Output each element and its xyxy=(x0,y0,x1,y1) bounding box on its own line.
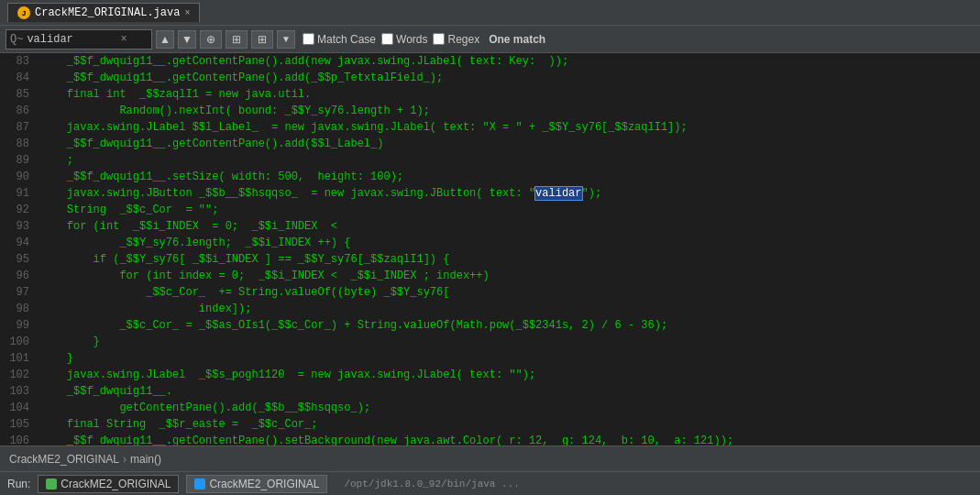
search-input-wrapper[interactable]: Q~ × xyxy=(6,29,152,50)
line-number: 94 xyxy=(0,235,37,251)
line-content: final int _$$zaqlI1 = new java.util. xyxy=(37,86,980,103)
table-row: 90 _$$f_dwquig11__.setSize( width: 500, … xyxy=(0,169,980,185)
words-label: Words xyxy=(396,33,427,46)
search-highlight: validar xyxy=(535,187,581,200)
line-content: _$$c_Cor_ = _$$as_OIs1(_$$c_Cor_) + Stri… xyxy=(37,317,980,334)
code-area: 83 _$$f_dwquig11__.getContentPane().add(… xyxy=(0,53,980,446)
match-case-option[interactable]: Match Case xyxy=(303,33,376,46)
table-row: 102 javax.swing.JLabel _$$s_pogh1120 = n… xyxy=(0,367,980,383)
line-content: getContentPane().add(_$$b__$$hsqqso_); xyxy=(37,400,980,416)
line-content: } xyxy=(37,350,980,367)
search-options: Match Case Words Regex xyxy=(303,33,479,46)
table-row: 105 final String _$$r_easte = _$$c_Cor_; xyxy=(0,416,980,433)
line-number: 102 xyxy=(0,367,37,383)
tab-close-button[interactable]: × xyxy=(184,8,190,18)
run-tab-1-label: CrackME2_ORIGINAL xyxy=(61,478,171,490)
search-prev-button[interactable]: ▲ xyxy=(156,30,174,49)
table-row: 92 String _$$c_Cor = ""; xyxy=(0,202,980,218)
table-row: 96 for (int index = 0; _$$i_INDEX < _$$i… xyxy=(0,268,980,284)
table-row: 104 getContentPane().add(_$$b__$$hsqqso_… xyxy=(0,400,980,416)
table-row: 91 javax.swing.JButton _$$b__$$hsqqso_ =… xyxy=(0,185,980,202)
code-lines-container: 83 _$$f_dwquig11__.getContentPane().add(… xyxy=(0,53,980,446)
line-number: 85 xyxy=(0,86,37,103)
line-number: 103 xyxy=(0,383,37,400)
line-number: 105 xyxy=(0,416,37,433)
match-case-checkbox[interactable] xyxy=(303,33,314,45)
line-number: 101 xyxy=(0,350,37,367)
line-content: _$$f_dwquig11__.getContentPane().add(new… xyxy=(37,53,980,70)
line-number: 84 xyxy=(0,70,37,86)
words-option[interactable]: Words xyxy=(381,33,427,46)
line-number: 89 xyxy=(0,152,37,169)
line-number: 99 xyxy=(0,317,37,334)
run-label: Run: xyxy=(7,478,30,490)
breadcrumb-bar: CrackME2_ORIGINAL › main() xyxy=(0,446,980,471)
line-content: final String _$$r_easte = _$$c_Cor_; xyxy=(37,416,980,433)
java-file-icon: J xyxy=(17,6,30,19)
search-filter-button[interactable]: ▼ xyxy=(277,30,295,49)
table-row: 99 _$$c_Cor_ = _$$as_OIs1(_$$c_Cor_) + S… xyxy=(0,317,980,334)
line-number: 93 xyxy=(0,218,37,235)
breadcrumb-class: CrackME2_ORIGINAL xyxy=(9,453,119,466)
table-row: 84 _$$f_dwquig11__.getContentPane().add(… xyxy=(0,70,980,86)
line-content: javax.swing.JLabel $$l_Label_ = new java… xyxy=(37,119,980,136)
line-content: ; xyxy=(37,152,980,169)
line-content: _$$f_dwquig11__.getContentPane().add(_$$… xyxy=(37,70,980,86)
words-checkbox[interactable] xyxy=(381,33,393,45)
run-tab-2[interactable]: CrackME2_ORIGINAL xyxy=(186,475,327,493)
line-content: } xyxy=(37,334,980,350)
line-number: 104 xyxy=(0,400,37,416)
match-case-label: Match Case xyxy=(317,33,376,46)
run-tab-1[interactable]: CrackME2_ORIGINAL xyxy=(38,475,179,493)
line-number: 83 xyxy=(0,53,37,70)
line-number: 96 xyxy=(0,268,37,284)
table-row: 83 _$$f_dwquig11__.getContentPane().add(… xyxy=(0,53,980,70)
table-row: 87 javax.swing.JLabel $$l_Label_ = new j… xyxy=(0,119,980,136)
line-content: index]); xyxy=(37,301,980,317)
line-content: _$$f_dwquig11__. xyxy=(37,383,980,400)
table-row: 94 _$$Y_sy76.length; _$$i_INDEX ++) { xyxy=(0,235,980,251)
table-row: 100 } xyxy=(0,334,980,350)
line-number: 86 xyxy=(0,103,37,119)
match-count: One match xyxy=(489,33,545,46)
line-content: Random().nextInt( bound: _$$Y_sy76.lengt… xyxy=(37,103,980,119)
table-row: 88 _$$f_dwquig11__.getContentPane().add(… xyxy=(0,136,980,152)
table-row: 85 final int _$$zaqlI1 = new java.util. xyxy=(0,86,980,103)
search-bar: Q~ × ▲ ▼ ⊕ ⊞ ⊞ ▼ Match Case Words Regex … xyxy=(0,26,980,53)
title-bar: J CrackME2_ORIGINAL.java × xyxy=(0,0,980,26)
run-icon-1 xyxy=(46,478,57,490)
line-content: for (int index = 0; _$$i_INDEX < _$$i_IN… xyxy=(37,268,980,284)
table-row: 95 if (_$$Y_sy76[ _$$i_INDEX ] == _$$Y_s… xyxy=(0,251,980,268)
line-number: 91 xyxy=(0,185,37,202)
search-input[interactable] xyxy=(27,33,118,46)
search-clear-button[interactable]: × xyxy=(120,33,127,46)
line-content: _$$f_dwquig11__.getContentPane().add($$l… xyxy=(37,136,980,152)
line-content: _$$Y_sy76.length; _$$i_INDEX ++) { xyxy=(37,235,980,251)
line-content: _$$c_Cor_ += String.valueOf((byte) _$$Y_… xyxy=(37,284,980,301)
regex-option[interactable]: Regex xyxy=(433,33,479,46)
run-icon-2 xyxy=(194,478,205,490)
line-number: 95 xyxy=(0,251,37,268)
run-bar: Run: CrackME2_ORIGINAL CrackME2_ORIGINAL… xyxy=(0,471,980,495)
search-layout-button[interactable]: ⊞ xyxy=(226,30,248,49)
line-content: for (int _$$i_INDEX = 0; _$$i_INDEX < xyxy=(37,218,980,235)
line-number: 106 xyxy=(0,433,37,446)
table-row: 101 } xyxy=(0,350,980,367)
table-row: 89 ; xyxy=(0,152,980,169)
run-tab-2-label: CrackME2_ORIGINAL xyxy=(209,478,319,490)
table-row: 97 _$$c_Cor_ += String.valueOf((byte) _$… xyxy=(0,284,980,301)
search-icon: Q~ xyxy=(10,33,23,46)
search-expand-button[interactable]: ⊕ xyxy=(200,30,222,49)
file-tab[interactable]: J CrackME2_ORIGINAL.java × xyxy=(7,3,200,22)
breadcrumb-separator: › xyxy=(123,453,127,466)
search-next-button[interactable]: ▼ xyxy=(178,30,196,49)
regex-checkbox[interactable] xyxy=(433,33,445,45)
line-content: if (_$$Y_sy76[ _$$i_INDEX ] == _$$Y_sy76… xyxy=(37,251,980,268)
line-content: _$$f dwquig11__.getContentPane().setBack… xyxy=(37,433,980,446)
table-row: 93 for (int _$$i_INDEX = 0; _$$i_INDEX < xyxy=(0,218,980,235)
search-layout2-button[interactable]: ⊞ xyxy=(251,30,273,49)
line-number: 90 xyxy=(0,169,37,185)
line-number: 88 xyxy=(0,136,37,152)
table-row: 98 index]); xyxy=(0,301,980,317)
line-content: _$$f_dwquig11__.setSize( width: 500, hei… xyxy=(37,169,980,185)
